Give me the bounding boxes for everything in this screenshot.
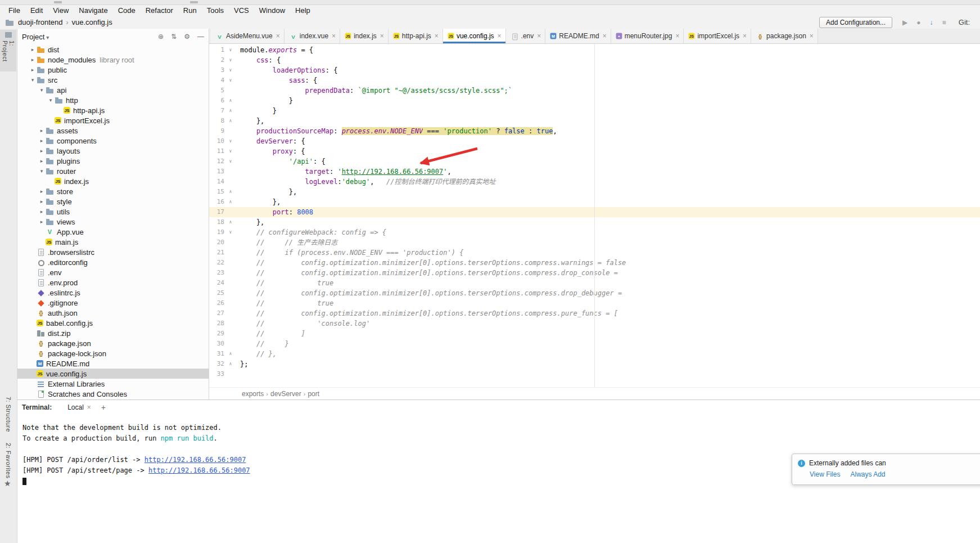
chevron-collapsed-icon[interactable]: ▸ [38,209,46,214]
code-editor[interactable]: 1∨module.exports = {2∨ css: {3∨ loaderOp… [209,44,980,387]
fold-close-icon[interactable]: ∧ [226,187,235,197]
tree-item-plugins[interactable]: ▸plugins [17,156,209,166]
tab-.env[interactable]: .env× [506,29,546,43]
tab-README.md[interactable]: MREADME.md× [545,29,611,43]
menu-code[interactable]: Code [113,6,141,15]
tree-item-layouts[interactable]: ▸layouts [17,146,209,156]
tool-button-project[interactable]: 1: Project [0,30,16,71]
breadcrumb-port[interactable]: port [308,390,319,398]
close-tab-icon[interactable]: × [435,32,439,40]
close-tab-icon[interactable]: × [276,32,280,40]
chevron-expanded-icon[interactable]: ▾ [38,87,46,93]
menu-file[interactable]: File [3,6,25,15]
tree-item-assets[interactable]: ▸assets [17,125,209,136]
project-panel-title[interactable]: Project [22,33,49,41]
tree-item-main.js[interactable]: JSmain.js [17,237,209,247]
tree-item-auth.json[interactable]: {}auth.json [17,308,209,318]
chevron-collapsed-icon[interactable]: ▸ [38,199,46,204]
menu-help[interactable]: Help [290,6,315,15]
tree-item-style[interactable]: ▸style [17,196,209,207]
tree-item-.editorconfig[interactable]: .editorconfig [17,257,209,267]
tree-item-views[interactable]: ▸views [17,217,209,227]
fold-close-icon[interactable]: ∧ [226,96,235,106]
menu-edit[interactable]: Edit [25,6,48,15]
menu-refactor[interactable]: Refactor [141,6,178,15]
tree-item-index.js[interactable]: JSindex.js [17,176,209,186]
stop-icon[interactable]: ■ [942,19,946,26]
fold-open-icon[interactable]: ∨ [226,136,235,146]
tree-item-dist[interactable]: ▸dist [17,44,209,55]
close-tab-icon[interactable]: × [380,32,384,40]
fold-close-icon[interactable]: ∧ [226,217,235,227]
tree-item-importExcel.js[interactable]: JSimportExcel.js [17,115,209,125]
menu-window[interactable]: Window [254,6,290,15]
tool-button-favorites[interactable]: 2: Favorites [0,441,16,481]
breadcrumb-devServer[interactable]: devServer [270,390,301,398]
menu-vcs[interactable]: VCS [229,6,254,15]
fold-open-icon[interactable]: ∨ [226,55,235,65]
update-icon[interactable]: ↓ [930,19,933,26]
fold-close-icon[interactable]: ∧ [226,359,235,369]
chevron-collapsed-icon[interactable]: ▸ [38,158,46,164]
menu-tools[interactable]: Tools [202,6,229,15]
fold-close-icon[interactable]: ∧ [226,197,235,207]
tab-importExcel.js[interactable]: JSimportExcel.js× [684,29,751,43]
notification-link-always-add[interactable]: Always Add [850,470,885,478]
close-terminal-tab-icon[interactable]: × [87,403,91,411]
tree-item-public[interactable]: ▸public [17,65,209,75]
menu-view[interactable]: View [48,6,74,15]
tool-button-structure[interactable]: 7: Structure [0,394,16,434]
tree-item-src[interactable]: ▾src [17,75,209,85]
tree-item-http[interactable]: ▾http [17,95,209,105]
tree-item-router[interactable]: ▾router [17,166,209,176]
tab-http-api.js[interactable]: JShttp-api.js× [389,29,443,43]
chevron-collapsed-icon[interactable]: ▸ [38,128,46,133]
tree-item-package-lock.json[interactable]: {}package-lock.json [17,348,209,358]
git-label[interactable]: Git: [959,18,970,26]
terminal-link[interactable]: http://192.168.66.56:9007 [144,456,246,464]
settings-icon[interactable]: ⚙ [184,33,190,40]
tab-menuRouter.jpg[interactable]: ▲menuRouter.jpg× [611,29,684,43]
tree-item-store[interactable]: ▸store [17,186,209,196]
tree-item-.browserslistrc[interactable]: .browserslistrc [17,247,209,257]
tab-vue.config.js[interactable]: JSvue.config.js× [443,29,506,43]
add-configuration-button[interactable]: Add Configuration... [819,17,892,28]
fold-open-icon[interactable]: ∨ [226,45,235,55]
breadcrumb-exports[interactable]: exports [242,390,264,398]
fold-open-icon[interactable]: ∨ [226,156,235,167]
tree-item-App.vue[interactable]: VApp.vue [17,227,209,237]
tree-item-.eslintrc.js[interactable]: .eslintrc.js [17,288,209,298]
close-tab-icon[interactable]: × [603,32,607,40]
tab-AsideMenu.vue[interactable]: VAsideMenu.vue× [211,29,284,43]
chevron-expanded-icon[interactable]: ▾ [38,168,46,174]
chevron-collapsed-icon[interactable]: ▸ [38,189,46,194]
debug-icon[interactable]: ● [916,19,920,26]
chevron-collapsed-icon[interactable]: ▸ [38,138,46,143]
tree-item-Scratches and Consoles[interactable]: Scratches and Consoles [17,389,209,399]
menu-run[interactable]: Run [178,6,202,15]
tab-package.json[interactable]: {}package.json× [751,29,818,43]
tree-item-.gitignore[interactable]: .gitignore [17,298,209,308]
tree-item-components[interactable]: ▸components [17,136,209,146]
tab-index.vue[interactable]: Vindex.vue× [284,29,340,43]
close-tab-icon[interactable]: × [537,32,541,40]
tree-item-README.md[interactable]: MREADME.md [17,358,209,369]
tree-item-vue.config.js[interactable]: JSvue.config.js [17,369,209,379]
tree-item-package.json[interactable]: {}package.json [17,338,209,348]
fold-open-icon[interactable]: ∨ [226,65,235,75]
close-tab-icon[interactable]: × [332,32,336,40]
terminal-link[interactable]: http://192.168.66.56:9007 [148,466,250,474]
tree-item-.env[interactable]: .env [17,267,209,277]
tree-item-http-api.js[interactable]: JShttp-api.js [17,105,209,115]
fold-close-icon[interactable]: ∧ [226,106,235,116]
fold-open-icon[interactable]: ∨ [226,75,235,86]
chevron-collapsed-icon[interactable]: ▸ [38,219,46,225]
close-tab-icon[interactable]: × [810,32,814,40]
tree-item-utils[interactable]: ▸utils [17,207,209,217]
chevron-collapsed-icon[interactable]: ▸ [29,67,37,73]
close-tab-icon[interactable]: × [675,32,679,40]
new-terminal-icon[interactable] [101,403,106,412]
fold-open-icon[interactable]: ∨ [226,227,235,237]
tree-item-.env.prod[interactable]: .env.prod [17,277,209,288]
favorites-star-icon[interactable] [4,479,11,488]
